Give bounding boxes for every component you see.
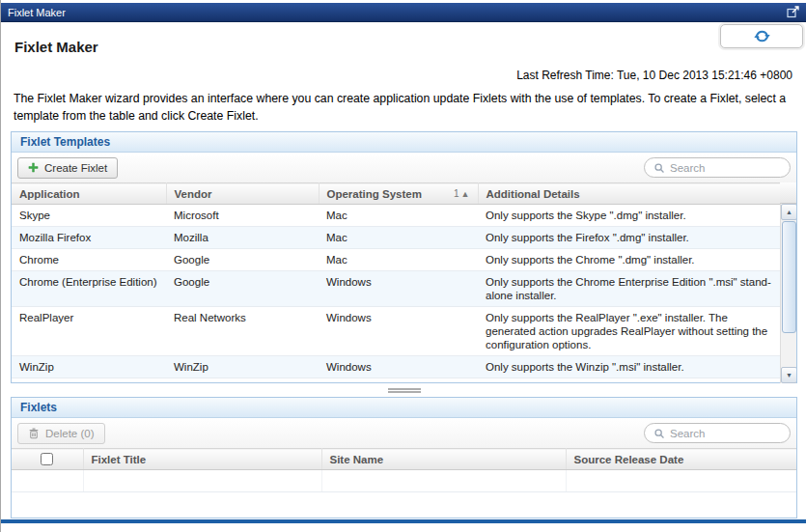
- table-row[interactable]: WinZip WinZip Windows Only supports the …: [12, 356, 780, 378]
- table-row[interactable]: Chrome Google Mac Only supports the Chro…: [12, 249, 780, 271]
- templates-search-input[interactable]: [670, 162, 781, 174]
- bottom-border: [1, 519, 806, 523]
- window-title: Fixlet Maker: [8, 7, 66, 18]
- cell-os: Windows: [319, 356, 478, 378]
- fixlets-search-box: [644, 423, 791, 443]
- cell-os: Windows: [319, 271, 478, 307]
- plus-icon: [28, 162, 39, 173]
- fixlet-maker-window: Fixlet Maker Fixlet Maker Last Refresh T…: [0, 0, 806, 532]
- table-row[interactable]: Mozilla Firefox Mozilla Mac Only support…: [12, 227, 780, 249]
- cell-vendor: Google: [166, 271, 319, 307]
- cell-application: RealPlayer: [12, 307, 166, 356]
- scroll-down-button[interactable]: ▼: [781, 367, 796, 383]
- fixlet-templates-panel: Fixlet Templates Create Fixlet: [11, 131, 797, 383]
- panel-splitter[interactable]: [11, 384, 797, 396]
- templates-header-row: Application Vendor Operating System 1▲ A…: [12, 183, 780, 205]
- cell-os: Mac: [319, 227, 478, 249]
- cell-vendor: Google: [166, 249, 319, 271]
- cell-vendor: Real Networks: [166, 307, 319, 356]
- cell-application: Chrome (Enterprise Edition): [12, 271, 166, 307]
- trash-icon: [28, 428, 40, 439]
- open-new-window-icon[interactable]: [787, 6, 799, 18]
- scrollbar-thumb[interactable]: [782, 221, 796, 333]
- refresh-icon: [754, 28, 770, 44]
- empty-cell: [566, 470, 796, 492]
- templates-panel-title: Fixlet Templates: [20, 135, 110, 149]
- search-icon: [653, 162, 665, 174]
- column-header-site-name[interactable]: Site Name: [321, 449, 566, 470]
- templates-search-box: [644, 157, 791, 178]
- fixlets-panel: Fixlets Delete (0): [11, 397, 797, 518]
- cell-os: Mac: [319, 249, 478, 271]
- table-row[interactable]: Chrome (Enterprise Edition) Google Windo…: [12, 271, 780, 307]
- fixlets-toolbar: Delete (0): [12, 418, 796, 448]
- fixlets-header-row: Fixlet Title Site Name Source Release Da…: [12, 449, 796, 470]
- cell-details: Only supports the Winzip ".msi" installe…: [478, 356, 780, 378]
- cell-details: Only supports the Chrome Enterprise Edit…: [478, 271, 780, 307]
- cell-application: Chrome: [12, 249, 166, 271]
- fixlets-table: Fixlet Title Site Name Source Release Da…: [12, 448, 796, 492]
- fixlets-panel-header: Fixlets: [12, 398, 796, 418]
- os-column-label: Operating System: [327, 188, 422, 200]
- sort-arrow-icon: ▲: [461, 189, 470, 199]
- column-header-operating-system[interactable]: Operating System 1▲: [319, 183, 478, 205]
- delete-button[interactable]: Delete (0): [17, 423, 105, 444]
- column-header-application[interactable]: Application: [12, 183, 166, 205]
- scroll-up-icon: ▲: [786, 209, 792, 215]
- delete-label: Delete (0): [45, 428, 95, 439]
- cell-application: WinZip: [12, 356, 166, 378]
- create-fixlet-button[interactable]: Create Fixlet: [17, 157, 118, 179]
- cell-vendor: WinZip: [166, 356, 319, 378]
- empty-cell: [321, 470, 566, 492]
- last-refresh-time: Last Refresh Time: Tue, 10 Dec 2013 15:2…: [516, 69, 792, 82]
- cell-os: Mac: [319, 205, 478, 227]
- cell-application: Skype: [12, 205, 166, 227]
- cell-details: Only supports the Firefox ".dmg" install…: [478, 227, 780, 249]
- cell-vendor: Microsoft: [166, 205, 319, 227]
- splitter-grip-icon: [388, 388, 421, 393]
- cell-vendor: Mozilla: [166, 227, 319, 249]
- cell-details: Only supports the RealPlayer ".exe" inst…: [478, 307, 780, 356]
- description-text: The Fixlet Maker wizard provides an inte…: [14, 91, 793, 126]
- table-row[interactable]: RealPlayer Real Networks Windows Only su…: [12, 307, 780, 356]
- scrollbar-header-spacer: [780, 182, 796, 204]
- templates-panel-header: Fixlet Templates: [12, 132, 796, 153]
- templates-table: Application Vendor Operating System 1▲ A…: [12, 182, 780, 378]
- cell-application: Mozilla Firefox: [12, 227, 166, 249]
- sort-indicator: 1▲: [454, 188, 469, 199]
- column-header-vendor[interactable]: Vendor: [166, 183, 319, 205]
- refresh-button[interactable]: [720, 24, 803, 48]
- empty-cell: [12, 470, 83, 492]
- column-header-fixlet-title[interactable]: Fixlet Title: [83, 449, 321, 470]
- scroll-down-icon: ▼: [786, 372, 792, 378]
- select-all-header: [12, 449, 83, 470]
- templates-table-area: Application Vendor Operating System 1▲ A…: [12, 182, 796, 383]
- templates-scrollbar[interactable]: ▲ ▼: [780, 204, 796, 383]
- cell-os: Windows: [319, 307, 478, 356]
- empty-row: [12, 470, 796, 492]
- fixlets-search-input[interactable]: [670, 428, 781, 439]
- column-header-additional-details[interactable]: Additional Details: [478, 183, 780, 205]
- create-fixlet-label: Create Fixlet: [44, 162, 107, 174]
- search-icon: [653, 428, 665, 439]
- column-header-source-release-date[interactable]: Source Release Date: [566, 449, 796, 470]
- table-row[interactable]: Skype Microsoft Mac Only supports the Sk…: [12, 205, 780, 227]
- scroll-up-button[interactable]: ▲: [781, 204, 796, 220]
- cell-details: Only supports the Chrome ".dmg" installe…: [478, 249, 780, 271]
- empty-cell: [83, 470, 321, 492]
- fixlets-panel-title: Fixlets: [20, 401, 57, 414]
- cell-details: Only supports the Skype ".dmg" installer…: [478, 205, 780, 227]
- templates-toolbar: Create Fixlet: [12, 153, 796, 182]
- window-titlebar: Fixlet Maker: [1, 3, 806, 22]
- page-title: Fixlet Maker: [14, 39, 98, 55]
- select-all-checkbox[interactable]: [41, 453, 53, 465]
